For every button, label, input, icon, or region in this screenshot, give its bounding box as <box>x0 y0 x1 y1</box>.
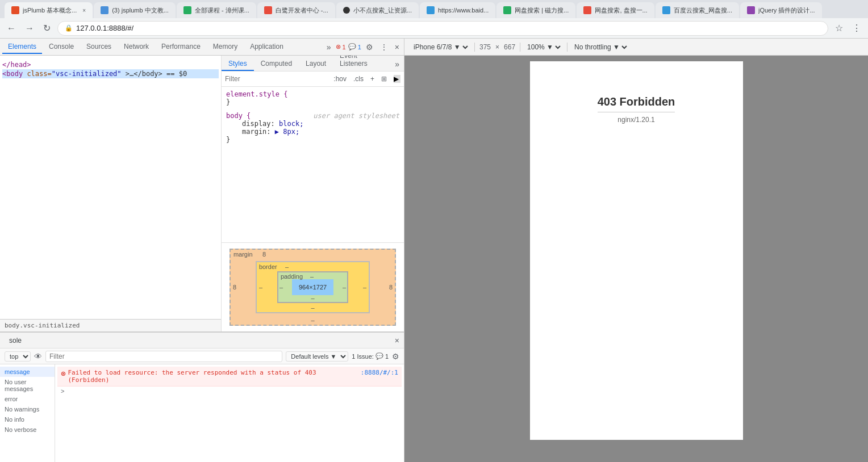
tab-close-icon[interactable]: × <box>82 7 86 14</box>
tab-performance[interactable]: Performance <box>156 40 206 54</box>
tab-label: jsPlumb 基本概念... <box>23 6 77 15</box>
border-top-val: – <box>285 263 289 270</box>
size-x: × <box>495 43 499 51</box>
devtools-close-button[interactable]: × <box>393 41 402 53</box>
settings-button[interactable]: ⚙ <box>364 41 375 53</box>
more-tabs-button[interactable]: » <box>324 41 333 53</box>
forbidden-page: 403 Forbidden nginx/1.20.1 <box>586 61 687 158</box>
sidebar-label-user-messages: No user messages <box>5 379 33 392</box>
box-margin-layer: margin 8 – 8 8 border – – – <box>229 249 396 326</box>
tab-styles[interactable]: Styles <box>222 57 254 71</box>
tab-memory[interactable]: Memory <box>207 40 243 54</box>
sidebar-item-message[interactable]: message <box>0 367 55 377</box>
margin-right-val: 8 <box>389 284 393 291</box>
sidebar-item-error[interactable]: error <box>0 394 55 404</box>
reload-button[interactable]: ↻ <box>41 20 53 36</box>
forward-button[interactable]: → <box>23 21 36 36</box>
zoom-select[interactable]: 100% ▼ <box>525 43 562 52</box>
device-select[interactable]: iPhone 6/7/8 ▼ <box>411 43 470 52</box>
css-margin-prop: margin: ▶ 8px; <box>226 128 399 136</box>
css-body-close-brace: } <box>226 136 399 144</box>
browser-tab-10[interactable]: jQuery 插件的设计... <box>740 2 822 18</box>
issue-count-badge: 💬 1 <box>348 43 361 51</box>
browser-tab-6[interactable]: https://www.baid... <box>420 2 495 18</box>
sidebar-item-warnings[interactable]: No warnings <box>0 404 55 414</box>
devtools-more: » ⊗ 1 💬 1 ⚙ ⋮ × <box>324 41 402 53</box>
tab-favicon-9 <box>662 6 670 14</box>
console-close-button[interactable]: × <box>395 336 399 345</box>
hov-button[interactable]: :hov <box>331 74 349 84</box>
tag-body: body <box>6 70 23 78</box>
browser-tab-5[interactable]: 小不点搜索_让资源... <box>336 2 419 18</box>
device-height: 667 <box>504 43 515 51</box>
tab-event-listeners[interactable]: Event Listeners <box>333 56 390 71</box>
browser-tab-8[interactable]: 网盘搜索, 盘搜一... <box>577 2 654 18</box>
levels-select[interactable]: Default levels ▼ <box>286 351 348 362</box>
bookmark-button[interactable]: ☆ <box>833 20 845 36</box>
cls-button[interactable]: .cls <box>351 74 366 84</box>
browser-tab-9[interactable]: 百度云搜索_网盘搜... <box>656 2 739 18</box>
console-content: message No user messages error No warnin… <box>0 364 404 462</box>
border-bottom-val: – <box>311 304 314 311</box>
toggle-layout-button[interactable]: ⊞ <box>379 74 389 84</box>
main-content-area: Elements Console Sources Network Perform… <box>0 39 868 462</box>
error-source-link[interactable]: :8888/#/:1 <box>361 369 398 376</box>
margin-left-val: 8 <box>233 284 236 291</box>
resize-handle[interactable]: ▶ <box>394 75 400 83</box>
tab-elements[interactable]: Elements <box>2 40 42 54</box>
console-panel: sole × top 👁 Default levels ▼ 1 Issue: 💬 <box>0 331 404 462</box>
browser-tab-active[interactable]: jsPlumb 基本概念... × <box>5 2 93 18</box>
back-button[interactable]: ← <box>5 21 18 36</box>
error-count-badge: ⊗ 1 <box>336 43 346 51</box>
sidebar-item-user-messages[interactable]: No user messages <box>0 377 55 394</box>
browser-tab-4[interactable]: 白鹭开发者中心 -... <box>257 2 335 18</box>
sidebar-item-info[interactable]: No info <box>0 414 55 425</box>
html-line-head: </head> <box>2 60 219 69</box>
css-selector-text: element.style { <box>226 90 287 98</box>
styles-filter-input[interactable] <box>225 75 329 83</box>
styles-filter-bar: :hov .cls + ⊞ ▶ <box>222 72 404 87</box>
tab-network[interactable]: Network <box>118 40 155 54</box>
browser-tab-3[interactable]: 全部课程 - 漳州课... <box>177 2 256 18</box>
issues-badge: 1 Issue: 💬 1 <box>352 352 389 360</box>
sidebar-item-verbose[interactable]: No verbose <box>0 425 55 435</box>
nginx-version: nginx/1.20.1 <box>598 116 675 124</box>
console-toolbar: sole × <box>0 333 404 348</box>
console-label: sole <box>5 335 26 346</box>
forbidden-title: 403 Forbidden <box>598 95 675 108</box>
tab-layout[interactable]: Layout <box>299 57 333 71</box>
padding-label: padding <box>281 273 303 280</box>
browser-tab-2[interactable]: (3) jsplumb 中文教... <box>94 2 176 18</box>
throttle-select[interactable]: No throttling ▼ <box>572 43 629 52</box>
devtools-menu-button[interactable]: ⋮ <box>378 41 390 53</box>
console-context-select[interactable]: top <box>5 351 31 362</box>
tab-application[interactable]: Application <box>244 40 289 54</box>
add-style-button[interactable]: + <box>368 74 377 84</box>
menu-button[interactable]: ⋮ <box>850 20 863 36</box>
error-circle-icon: ⊗ <box>61 369 65 378</box>
border-left-val: – <box>259 284 262 291</box>
elements-panel: </head> <body class="vsc-initialized" >…… <box>0 56 222 331</box>
css-body-selector: body { <box>226 112 251 120</box>
error-icon: ⊗ <box>336 43 341 51</box>
html-line-body[interactable]: <body class="vsc-initialized" >…</body> … <box>2 69 219 78</box>
toolbar-separator-3 <box>567 43 567 52</box>
elements-content: </head> <body class="vsc-initialized" >…… <box>0 56 221 319</box>
tab-sources[interactable]: Sources <box>81 40 117 54</box>
styles-panel: Styles Computed Layout Event Listeners »… <box>222 56 404 331</box>
console-settings-button[interactable]: ⚙ <box>392 352 399 361</box>
console-expand-row[interactable]: > <box>57 387 402 396</box>
tab-console[interactable]: Console <box>43 40 80 54</box>
tab-label-2: (3) jsplumb 中文教... <box>112 6 169 15</box>
console-filter-input[interactable] <box>45 351 282 362</box>
url-bar[interactable]: 🔒 127.0.0.1:8888/#/ <box>57 21 828 36</box>
tab-label-10: jQuery 插件的设计... <box>758 6 815 15</box>
margin-label: margin <box>233 251 253 258</box>
box-border-layer: border – – – – padding – – <box>256 261 370 313</box>
styles-more-button[interactable]: » <box>390 57 404 71</box>
console-filter-bar: top 👁 Default levels ▼ 1 Issue: 💬 1 ⚙ <box>0 348 404 364</box>
tab-label-5: 小不点搜索_让资源... <box>353 6 412 15</box>
browser-tab-7[interactable]: 网盘搜索 | 磁力搜... <box>496 2 575 18</box>
eye-button[interactable]: 👁 <box>34 352 42 361</box>
tab-computed[interactable]: Computed <box>254 57 299 71</box>
